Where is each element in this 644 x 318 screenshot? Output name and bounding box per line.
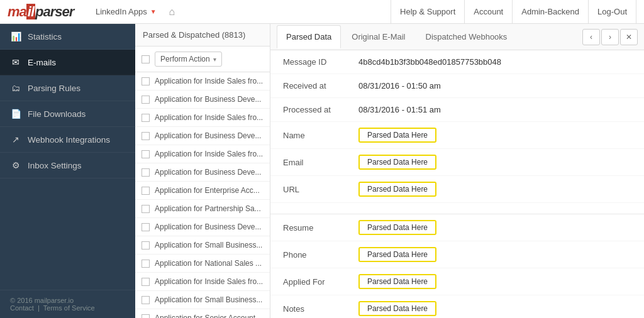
content-area: Parsed & Dispatched (8813) Perform Actio…	[135, 24, 644, 318]
file-downloads-icon: 📄	[10, 109, 21, 119]
field-name: Name Parsed Data Here	[270, 122, 644, 149]
item-checkbox[interactable]	[142, 314, 150, 319]
item-checkbox[interactable]	[142, 150, 150, 158]
section-divider	[270, 203, 644, 214]
item-checkbox[interactable]	[142, 296, 150, 304]
item-checkbox[interactable]	[142, 114, 150, 122]
inbox-settings-icon: ⚙	[10, 160, 21, 170]
logo: mailparser	[8, 4, 83, 20]
sidebar-label-parsing-rules: Parsing Rules	[28, 84, 80, 93]
detail-content: Message ID 4b8cd4b1b3f3bb048ed01857753bb…	[270, 50, 644, 318]
list-item[interactable]: Application for Partnership Sa...	[135, 200, 270, 218]
list-item[interactable]: Application for Business Deve...	[135, 218, 270, 236]
account-link[interactable]: Account	[464, 0, 512, 24]
item-checkbox[interactable]	[142, 205, 150, 213]
value-name: Parsed Data Here	[358, 128, 436, 143]
email-subject: Application for Business Deve...	[155, 168, 261, 177]
email-subject: Application for Partnership Sa...	[155, 204, 261, 213]
webhook-icon: ↗	[10, 134, 21, 145]
label-message-id: Message ID	[283, 57, 358, 67]
dropdown-label: LinkedIn Apps	[96, 7, 147, 16]
perform-action-label: Perform Action	[160, 55, 210, 63]
linkedin-apps-dropdown[interactable]: LinkedIn Apps ▼	[96, 7, 157, 16]
list-item[interactable]: Application for Inside Sales fro...	[135, 109, 270, 127]
list-item[interactable]: Application for Inside Sales fro...	[135, 273, 270, 291]
top-nav: mailparser LinkedIn Apps ▼ ⌂ Help & Supp…	[0, 0, 644, 24]
item-checkbox[interactable]	[142, 132, 150, 140]
list-item[interactable]: Application for Inside Sales fro...	[135, 145, 270, 163]
field-notes: Notes Parsed Data Here	[270, 295, 644, 318]
list-item[interactable]: Application for Senior Account...	[135, 309, 270, 318]
select-all-checkbox[interactable]	[142, 55, 150, 63]
tab-dispatched-webhooks[interactable]: Dispatched Webhooks	[416, 25, 517, 48]
email-subject: Application for Business Deve...	[155, 131, 261, 140]
value-processed-at: 08/31/2016 - 01:51 am	[358, 105, 441, 114]
sidebar-label-statistics: Statistics	[28, 32, 62, 41]
emails-icon: ✉	[10, 57, 21, 67]
logout-link[interactable]: Log-Out	[588, 0, 636, 24]
label-url: URL	[283, 185, 358, 194]
sidebar-item-webhook-integrations[interactable]: ↗ Webhook Integrations	[0, 127, 135, 153]
detail-tab-nav: ‹ › ✕	[582, 29, 638, 45]
perform-action-button[interactable]: Perform Action ▾	[155, 52, 222, 67]
top-nav-center: LinkedIn Apps ▼ ⌂	[96, 6, 391, 18]
field-url: URL Parsed Data Here	[270, 176, 644, 203]
label-processed-at: Processed at	[283, 105, 358, 114]
help-support-link[interactable]: Help & Support	[391, 0, 464, 24]
sidebar-item-emails[interactable]: ✉ E-mails	[0, 50, 135, 75]
list-item[interactable]: Application for Small Business...	[135, 291, 270, 309]
sidebar-item-file-downloads[interactable]: 📄 File Downloads	[0, 101, 135, 127]
sidebar-item-statistics[interactable]: 📊 Statistics	[0, 24, 135, 50]
sidebar-item-inbox-settings[interactable]: ⚙ Inbox Settings	[0, 153, 135, 178]
terms-link[interactable]: Terms of Service	[43, 304, 95, 312]
contact-link[interactable]: Contact	[10, 304, 34, 312]
tab-original-email[interactable]: Original E-Mail	[342, 25, 414, 48]
dropdown-arrow: ▼	[150, 8, 157, 15]
email-list-items: Application for Inside Sales fro... Appl…	[135, 72, 270, 318]
email-subject: Application for National Sales ...	[155, 259, 262, 268]
list-item[interactable]: Application for Inside Sales fro...	[135, 72, 270, 90]
item-checkbox[interactable]	[142, 260, 150, 268]
list-item[interactable]: Application for National Sales ...	[135, 255, 270, 273]
label-email: Email	[283, 158, 358, 167]
field-processed-at: Processed at 08/31/2016 - 01:51 am	[270, 98, 644, 122]
item-checkbox[interactable]	[142, 278, 150, 286]
label-resume: Resume	[283, 223, 358, 233]
list-item[interactable]: Application for Business Deve...	[135, 163, 270, 182]
item-checkbox[interactable]	[142, 77, 150, 85]
close-button[interactable]: ✕	[620, 29, 638, 45]
list-item[interactable]: Application for Small Business...	[135, 236, 270, 255]
list-item[interactable]: Application for Business Deve...	[135, 90, 270, 109]
sidebar: 📊 Statistics ✉ E-mails 🗂 Parsing Rules 📄…	[0, 24, 135, 318]
item-checkbox[interactable]	[142, 223, 150, 231]
item-checkbox[interactable]	[142, 241, 150, 249]
item-checkbox[interactable]	[142, 96, 150, 104]
field-received-at: Received at 08/31/2016 - 01:50 am	[270, 74, 644, 98]
sidebar-label-emails: E-mails	[28, 58, 56, 67]
item-checkbox[interactable]	[142, 168, 150, 177]
top-nav-right: Help & Support Account Admin-Backend Log…	[391, 0, 636, 24]
value-applied-for: Parsed Data Here	[358, 274, 436, 289]
item-checkbox[interactable]	[142, 187, 150, 195]
next-button[interactable]: ›	[601, 29, 619, 45]
email-subject: Application for Inside Sales fro...	[155, 77, 263, 85]
detail-panel: Parsed Data Original E-Mail Dispatched W…	[270, 24, 644, 318]
label-name: Name	[283, 131, 358, 140]
sidebar-item-parsing-rules[interactable]: 🗂 Parsing Rules	[0, 75, 135, 101]
tab-parsed-data[interactable]: Parsed Data	[277, 25, 341, 48]
sidebar-label-file-downloads: File Downloads	[28, 109, 86, 119]
label-notes: Notes	[283, 304, 358, 314]
prev-button[interactable]: ‹	[582, 29, 600, 45]
value-phone: Parsed Data Here	[358, 247, 436, 262]
label-phone: Phone	[283, 250, 358, 260]
field-phone: Phone Parsed Data Here	[270, 241, 644, 268]
label-applied-for: Applied For	[283, 277, 358, 287]
list-item[interactable]: Application for Business Deve...	[135, 127, 270, 145]
value-message-id: 4b8cd4b1b3f3bb048ed01857753bb048	[358, 57, 501, 67]
email-list-panel: Parsed & Dispatched (8813) Perform Actio…	[135, 24, 270, 318]
admin-backend-link[interactable]: Admin-Backend	[512, 0, 588, 24]
list-item[interactable]: Application for Enterprise Acc...	[135, 182, 270, 200]
label-received-at: Received at	[283, 81, 358, 90]
email-subject: Application for Inside Sales fro...	[155, 277, 263, 286]
home-icon[interactable]: ⌂	[169, 6, 175, 18]
